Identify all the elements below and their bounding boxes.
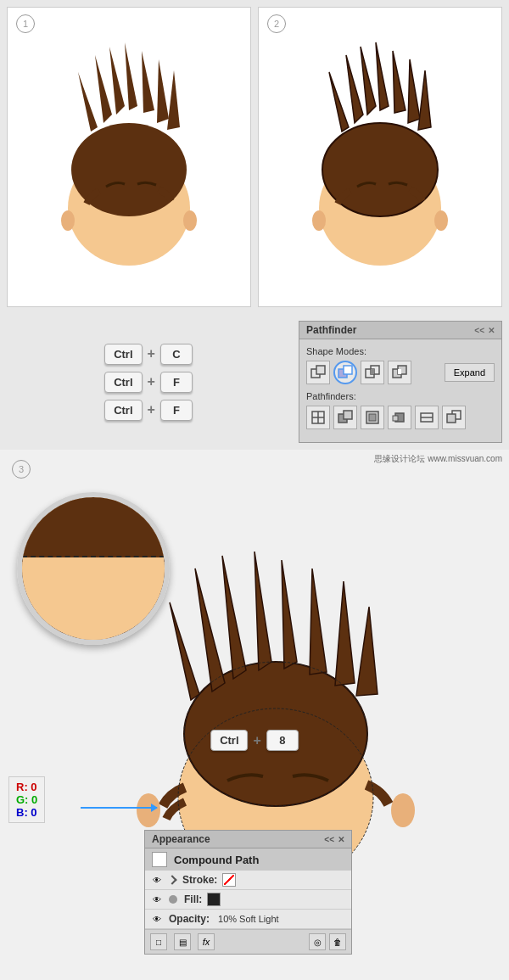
svg-marker-14 bbox=[361, 47, 376, 115]
fill-label: Fill: bbox=[184, 893, 202, 905]
appearance-title: Appearance bbox=[152, 833, 210, 845]
svg-marker-15 bbox=[376, 42, 389, 110]
trim-icon[interactable] bbox=[333, 406, 357, 429]
stroke-visibility[interactable]: 👁 bbox=[150, 873, 164, 887]
opacity-label: Opacity: bbox=[169, 913, 210, 925]
ctrl8-8-key[interactable]: 8 bbox=[266, 730, 299, 751]
character-1 bbox=[48, 38, 210, 276]
rgb-g-value: G: 0 bbox=[16, 793, 37, 806]
c-key[interactable]: C bbox=[160, 344, 193, 365]
svg-marker-53 bbox=[170, 602, 199, 700]
step-1-number: 1 bbox=[16, 14, 35, 33]
footer-right-icons: ◎ 🗑 bbox=[309, 933, 346, 950]
plus-3: + bbox=[148, 402, 155, 417]
pathfinder-body: Shape Modes: bbox=[299, 339, 501, 436]
pathfinder-panel: Pathfinder << ✕ Shape Modes: bbox=[299, 321, 502, 443]
f-key-1[interactable]: F bbox=[160, 372, 193, 393]
crop-icon[interactable] bbox=[388, 406, 411, 429]
svg-rect-44 bbox=[447, 414, 456, 423]
ctrl-key-1[interactable]: Ctrl bbox=[104, 344, 142, 365]
unite-icon[interactable] bbox=[306, 361, 330, 384]
svg-rect-36 bbox=[344, 411, 352, 419]
collapse-icon[interactable]: << bbox=[474, 326, 484, 335]
keyboard-area: Ctrl + C Ctrl + F Ctrl + F bbox=[7, 321, 290, 443]
panel-2: 2 bbox=[258, 7, 502, 307]
compound-path-label: Compound Path bbox=[174, 854, 259, 866]
trash-icon[interactable]: 🗑 bbox=[329, 933, 346, 950]
svg-point-9 bbox=[61, 210, 75, 231]
svg-rect-28 bbox=[371, 369, 374, 374]
target-icon[interactable]: ◎ bbox=[309, 933, 326, 950]
fill-visibility[interactable]: 👁 bbox=[150, 893, 164, 906]
ctrl8-plus: + bbox=[254, 733, 261, 748]
appearance-collapse[interactable]: << bbox=[324, 835, 334, 844]
ctrl8-combo: Ctrl + 8 bbox=[210, 730, 299, 751]
character-3 bbox=[127, 552, 433, 874]
panel-1: 1 bbox=[7, 7, 251, 307]
svg-marker-18 bbox=[329, 72, 349, 132]
pathfinder-title: Pathfinder bbox=[306, 324, 356, 336]
middle-section: Ctrl + C Ctrl + F Ctrl + F Pathfinder <<… bbox=[0, 314, 509, 450]
opacity-visibility[interactable]: 👁 bbox=[150, 912, 164, 926]
plus-2: + bbox=[148, 374, 155, 389]
opacity-row: 👁 Opacity: 10% Soft Light bbox=[145, 910, 351, 929]
step-3-number: 3 bbox=[12, 460, 31, 479]
svg-point-20 bbox=[312, 210, 326, 231]
close-icon[interactable]: ✕ bbox=[488, 326, 495, 335]
rgb-r-value: R: 0 bbox=[16, 781, 37, 793]
fx-icon[interactable]: fx bbox=[198, 933, 215, 950]
ctrl-key-3[interactable]: Ctrl bbox=[104, 400, 142, 421]
exclude-icon[interactable] bbox=[388, 361, 411, 384]
ctrl8-ctrl-key[interactable]: Ctrl bbox=[210, 730, 248, 751]
top-section: 1 2 bbox=[0, 0, 509, 314]
svg-marker-54 bbox=[356, 607, 378, 696]
rgb-arrow bbox=[81, 807, 157, 809]
appearance-header: Appearance << ✕ bbox=[145, 831, 351, 848]
svg-rect-23 bbox=[316, 366, 325, 374]
svg-marker-52 bbox=[335, 581, 355, 686]
appearance-close[interactable]: ✕ bbox=[338, 835, 344, 844]
svg-point-10 bbox=[183, 210, 197, 231]
f-key-2[interactable]: F bbox=[160, 400, 193, 421]
intersect-icon[interactable] bbox=[361, 361, 384, 384]
svg-rect-38 bbox=[369, 414, 376, 421]
svg-marker-4 bbox=[125, 42, 137, 110]
stroke-row: 👁 Stroke: bbox=[145, 871, 351, 890]
svg-marker-3 bbox=[109, 47, 125, 115]
rgb-b-value: B: 0 bbox=[16, 806, 37, 819]
outline-icon[interactable] bbox=[415, 406, 439, 429]
key-row-2: Ctrl + F bbox=[104, 372, 193, 393]
fill-row: 👁 Fill: bbox=[145, 890, 351, 910]
divide-icon[interactable] bbox=[306, 406, 330, 429]
watermark: 思缘设计论坛 www.missvuan.com bbox=[374, 453, 502, 465]
svg-point-21 bbox=[434, 210, 448, 231]
stroke-expand-arrow[interactable] bbox=[167, 875, 176, 884]
expand-button[interactable]: Expand bbox=[445, 363, 495, 382]
svg-marker-16 bbox=[393, 51, 406, 113]
opacity-value: 10% Soft Light bbox=[218, 914, 279, 924]
svg-marker-8 bbox=[167, 70, 180, 130]
minus-front-icon[interactable] bbox=[333, 361, 357, 384]
pathfinders-label: Pathfinders: bbox=[306, 391, 495, 401]
stroke-label: Stroke: bbox=[182, 874, 217, 886]
svg-marker-51 bbox=[310, 568, 327, 675]
stroke-swatch[interactable] bbox=[222, 873, 236, 887]
fill-indicator bbox=[169, 895, 177, 904]
appearance-header-controls: << ✕ bbox=[324, 835, 344, 844]
new-layer-icon[interactable]: □ bbox=[150, 933, 167, 950]
page-icon[interactable]: ▤ bbox=[174, 933, 191, 950]
fill-swatch[interactable] bbox=[207, 893, 221, 906]
svg-marker-50 bbox=[282, 560, 297, 669]
svg-marker-7 bbox=[78, 72, 98, 132]
merge-icon[interactable] bbox=[361, 406, 384, 429]
svg-marker-48 bbox=[222, 556, 246, 679]
svg-rect-31 bbox=[398, 369, 401, 374]
svg-marker-49 bbox=[255, 552, 271, 670]
appearance-body: Compound Path 👁 Stroke: 👁 Fill: 👁 Opacit… bbox=[145, 848, 351, 929]
minus-back-icon[interactable] bbox=[442, 406, 466, 429]
ctrl-key-2[interactable]: Ctrl bbox=[104, 372, 142, 393]
svg-marker-13 bbox=[346, 55, 363, 123]
key-row-1: Ctrl + C bbox=[104, 344, 193, 365]
pathfinder-header: Pathfinder << ✕ bbox=[299, 322, 501, 339]
svg-marker-17 bbox=[408, 59, 420, 123]
